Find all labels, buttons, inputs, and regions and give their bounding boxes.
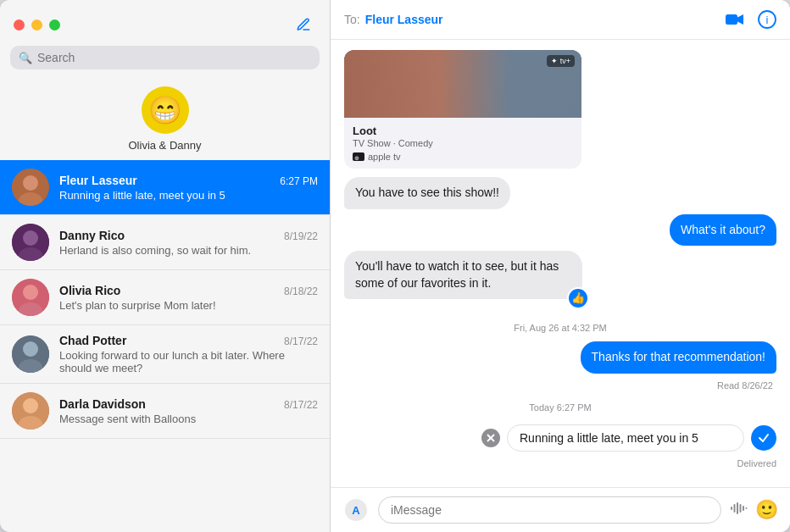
convo-preview-chad: Looking forward to our lunch a bit later… xyxy=(59,349,318,374)
conversation-list: Fleur Lasseur 6:27 PM Running a little l… xyxy=(0,160,330,532)
svg-rect-28 xyxy=(746,507,748,509)
message-row-3: You'll have to watch it to see, but it h… xyxy=(344,251,776,299)
chat-recipient-name: Fleur Lasseur xyxy=(365,13,443,26)
svg-rect-23 xyxy=(731,507,732,510)
avatar-darla xyxy=(12,392,49,429)
convo-name-olivia: Olivia Rico xyxy=(59,284,120,297)
svg-point-4 xyxy=(23,230,38,246)
convo-name-fleur: Fleur Lasseur xyxy=(59,174,137,187)
bubble-received-2: You'll have to watch it to see, but it h… xyxy=(344,251,582,299)
compose-button[interactable] xyxy=(291,12,316,37)
convo-time-danny: 8/19/22 xyxy=(284,230,318,242)
loot-source: ⊕ apple tv xyxy=(353,152,573,162)
svg-text:⊕: ⊕ xyxy=(354,155,359,160)
close-button[interactable] xyxy=(14,19,25,30)
convo-content-fleur: Fleur Lasseur 6:27 PM Running a little l… xyxy=(59,174,318,202)
svg-rect-27 xyxy=(743,506,744,511)
bubble-received-1: You have to see this show!! xyxy=(344,177,510,209)
svg-point-10 xyxy=(23,341,38,357)
edit-cancel-button[interactable] xyxy=(481,429,500,447)
convo-content-darla: Darla Davidson 8/17/22 Message sent with… xyxy=(59,397,318,425)
sidebar-titlebar xyxy=(0,0,330,46)
convo-preview-fleur: Running a little late, meet you in 5 xyxy=(59,189,318,202)
timestamp-2: Today 6:27 PM xyxy=(344,402,776,413)
chat-to: To: Fleur Lasseur xyxy=(344,13,443,26)
convo-name-danny: Danny Rico xyxy=(59,229,125,242)
convo-time-darla: 8/17/22 xyxy=(284,399,318,411)
video-call-icon[interactable] xyxy=(726,13,744,26)
loot-card: ✦ tv+ Loot TV Show · Comedy ⊕ apple tv xyxy=(344,50,581,169)
svg-point-13 xyxy=(23,398,38,413)
sidebar: 🔍 😁 Olivia & Danny xyxy=(0,0,331,532)
convo-time-olivia: 8/18/22 xyxy=(284,285,318,297)
avatar-fleur xyxy=(12,169,49,206)
edit-message-input[interactable] xyxy=(507,424,744,452)
bubble-sent-1: What's it about? xyxy=(670,214,776,247)
loot-title: Loot xyxy=(353,125,573,137)
search-bar[interactable]: 🔍 xyxy=(10,46,320,69)
input-right-icons: 🙂 xyxy=(730,499,778,521)
edit-row xyxy=(344,424,776,452)
traffic-lights xyxy=(14,19,60,30)
svg-point-1 xyxy=(23,175,38,191)
search-input[interactable] xyxy=(37,51,311,64)
convo-content-chad: Chad Potter 8/17/22 Looking forward to o… xyxy=(59,334,318,374)
audio-input-icon[interactable] xyxy=(730,501,748,520)
svg-rect-26 xyxy=(740,504,742,513)
svg-text:A: A xyxy=(352,504,360,517)
convo-content-danny: Danny Rico 8/19/22 Herland is also comin… xyxy=(59,229,318,257)
timestamp-1: Fri, Aug 26 at 4:32 PM xyxy=(344,323,776,333)
edit-confirm-button[interactable] xyxy=(751,425,776,451)
app-window: 🔍 😁 Olivia & Danny xyxy=(0,0,790,532)
bubble-sent-2: Thanks for that recommendation! xyxy=(581,341,776,374)
conversation-item-fleur[interactable]: Fleur Lasseur 6:27 PM Running a little l… xyxy=(0,160,330,215)
svg-rect-15 xyxy=(726,14,737,25)
chat-panel: To: Fleur Lasseur i xyxy=(331,0,790,532)
message-row-2: What's it about? xyxy=(344,214,776,247)
chat-to-label: To: xyxy=(344,13,360,26)
conversation-item-chad[interactable]: Chad Potter 8/17/22 Looking forward to o… xyxy=(0,325,330,384)
loot-card-info: Loot TV Show · Comedy ⊕ apple tv xyxy=(344,118,581,169)
delivered-label: Delivered xyxy=(344,458,776,468)
svg-rect-24 xyxy=(734,504,736,513)
minimize-button[interactable] xyxy=(31,19,42,30)
convo-content-olivia: Olivia Rico 8/18/22 Let's plan to surpri… xyxy=(59,284,318,312)
svg-point-7 xyxy=(23,285,38,300)
read-receipt: Read 8/26/22 xyxy=(344,380,773,391)
group-section: 😁 Olivia & Danny xyxy=(0,76,330,160)
convo-time-chad: 8/17/22 xyxy=(284,335,318,347)
convo-name-darla: Darla Davidson xyxy=(59,397,146,411)
avatar-chad xyxy=(12,335,49,373)
chat-header: To: Fleur Lasseur i xyxy=(331,0,790,40)
conversation-item-darla[interactable]: Darla Davidson 8/17/22 Message sent with… xyxy=(0,384,330,439)
loot-source-label: apple tv xyxy=(368,152,401,162)
loot-card-image: ✦ tv+ xyxy=(344,50,581,118)
search-icon: 🔍 xyxy=(19,52,32,64)
messages-area: ✦ tv+ Loot TV Show · Comedy ⊕ apple tv Y… xyxy=(331,40,790,487)
apple-tv-icon: ⊕ xyxy=(353,152,364,161)
loot-subtitle: TV Show · Comedy xyxy=(353,138,573,148)
svg-text:i: i xyxy=(766,14,769,26)
message-row-1: You have to see this show!! xyxy=(344,177,776,209)
convo-preview-danny: Herland is also coming, so wait for him. xyxy=(59,244,318,257)
info-icon[interactable]: i xyxy=(758,10,776,29)
conversation-item-danny[interactable]: Danny Rico 8/19/22 Herland is also comin… xyxy=(0,215,330,270)
maximize-button[interactable] xyxy=(49,19,60,30)
reaction-thumbsup: 👍 xyxy=(567,287,589,309)
convo-preview-darla: Message sent with Balloons xyxy=(59,413,318,425)
apple-tv-badge: ✦ tv+ xyxy=(547,55,575,67)
group-avatar: 😁 xyxy=(142,86,189,134)
group-name: Olivia & Danny xyxy=(129,139,202,152)
chat-header-actions: i xyxy=(726,10,776,29)
conversation-item-olivia[interactable]: Olivia Rico 8/18/22 Let's plan to surpri… xyxy=(0,270,330,325)
avatar-danny xyxy=(12,224,49,261)
convo-preview-olivia: Let's plan to surprise Mom later! xyxy=(59,299,318,312)
message-row-4: Thanks for that recommendation! xyxy=(344,341,776,374)
emoji-icon[interactable]: 🙂 xyxy=(755,499,778,521)
apps-button[interactable]: A xyxy=(342,496,370,524)
svg-rect-25 xyxy=(737,502,738,514)
input-bar: A 🙂 xyxy=(331,487,790,532)
imessage-input[interactable] xyxy=(378,496,721,524)
convo-name-chad: Chad Potter xyxy=(59,334,126,347)
avatar-olivia xyxy=(12,279,49,316)
